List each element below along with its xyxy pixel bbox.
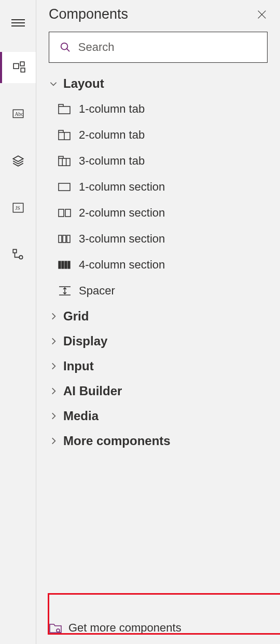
item-1-column-section[interactable]: 1-column section	[54, 174, 272, 200]
spacer-icon	[58, 285, 72, 297]
item-label: 2-column tab	[79, 128, 145, 142]
item-2-column-section[interactable]: 2-column section	[54, 200, 272, 226]
search-input-wrap[interactable]	[49, 32, 268, 63]
svg-rect-7	[13, 249, 17, 253]
item-2-column-tab[interactable]: 2-column tab	[54, 122, 272, 148]
category-label: Display	[63, 334, 107, 348]
item-4-column-section[interactable]: 4-column section	[54, 252, 272, 278]
tab-3col-icon	[58, 155, 72, 167]
category-label: Grid	[63, 309, 89, 324]
tab-1col-icon	[58, 103, 72, 115]
category-layout[interactable]: Layout	[45, 71, 272, 96]
close-icon	[256, 9, 268, 20]
item-label: 1-column section	[79, 180, 165, 194]
svg-rect-11	[59, 209, 64, 217]
category-label: Input	[63, 359, 94, 373]
svg-rect-2	[21, 68, 25, 72]
nav-js[interactable]: JS	[0, 192, 36, 223]
svg-rect-18	[65, 261, 67, 269]
search-icon	[60, 41, 71, 53]
category-media[interactable]: Media	[45, 404, 272, 428]
import-folder-icon	[49, 622, 62, 634]
nav-layers[interactable]	[0, 145, 36, 177]
svg-rect-0	[13, 63, 19, 69]
svg-rect-16	[59, 261, 61, 269]
svg-rect-1	[20, 62, 24, 66]
nav-abc[interactable]: Abc	[0, 99, 36, 130]
abc-icon: Abc	[11, 108, 25, 121]
item-spacer[interactable]: Spacer	[54, 278, 272, 304]
chevron-right-icon	[49, 312, 58, 321]
chevron-down-icon	[49, 79, 58, 88]
svg-text:JS: JS	[15, 205, 20, 211]
section-2col-icon	[58, 207, 72, 219]
svg-rect-13	[59, 235, 62, 243]
category-label: More components	[63, 434, 171, 448]
svg-rect-12	[65, 209, 71, 217]
item-1-column-tab[interactable]: 1-column tab	[54, 96, 272, 122]
section-4col-icon	[58, 259, 72, 271]
category-label: Layout	[63, 76, 104, 91]
item-label: 1-column tab	[79, 102, 145, 116]
tab-2col-icon	[58, 129, 72, 141]
layers-icon	[11, 154, 25, 168]
svg-rect-15	[67, 235, 70, 243]
category-label: Media	[63, 409, 99, 423]
svg-rect-17	[62, 261, 64, 269]
item-3-column-tab[interactable]: 3-column tab	[54, 148, 272, 174]
chevron-right-icon	[49, 411, 58, 421]
chevron-right-icon	[49, 337, 58, 346]
category-more-components[interactable]: More components	[45, 428, 272, 453]
close-button[interactable]	[256, 9, 268, 20]
item-label: 3-column tab	[79, 154, 145, 168]
category-label: AI Builder	[63, 384, 122, 398]
svg-point-8	[19, 256, 22, 259]
components-icon	[12, 61, 26, 74]
flow-icon	[11, 248, 25, 261]
footer-label: Get more components	[68, 621, 181, 635]
nav-flow[interactable]	[0, 239, 36, 270]
chevron-right-icon	[49, 436, 58, 446]
section-3col-icon	[58, 233, 72, 245]
svg-rect-19	[68, 261, 70, 269]
svg-rect-14	[63, 235, 66, 243]
left-rail: Abc JS	[0, 0, 36, 644]
chevron-right-icon	[49, 386, 58, 396]
category-display[interactable]: Display	[45, 329, 272, 354]
search-input[interactable]	[78, 41, 257, 54]
category-grid[interactable]: Grid	[45, 304, 272, 329]
js-icon: JS	[11, 201, 25, 214]
get-more-components-button[interactable]: Get more components	[49, 621, 181, 635]
category-ai-builder[interactable]: AI Builder	[45, 379, 272, 404]
category-input[interactable]: Input	[45, 354, 272, 379]
chevron-right-icon	[49, 361, 58, 371]
svg-point-9	[61, 43, 68, 50]
panel-title: Components	[49, 6, 128, 22]
layout-items: 1-column tab 2-column tab 3-column tab 1…	[45, 96, 272, 304]
item-3-column-section[interactable]: 3-column section	[54, 226, 272, 252]
item-label: 2-column section	[79, 206, 165, 220]
section-1col-icon	[58, 181, 72, 193]
svg-rect-10	[59, 183, 70, 191]
components-panel: Components Layout 1-column tab	[36, 0, 280, 644]
hamburger-menu-button[interactable]	[0, 5, 36, 36]
item-label: 3-column section	[79, 232, 165, 246]
svg-text:Abc: Abc	[15, 111, 23, 117]
category-tree: Layout 1-column tab 2-column tab 3-colum…	[36, 71, 280, 644]
nav-components[interactable]	[0, 52, 36, 83]
item-label: 4-column section	[79, 258, 165, 272]
item-label: Spacer	[79, 284, 115, 298]
